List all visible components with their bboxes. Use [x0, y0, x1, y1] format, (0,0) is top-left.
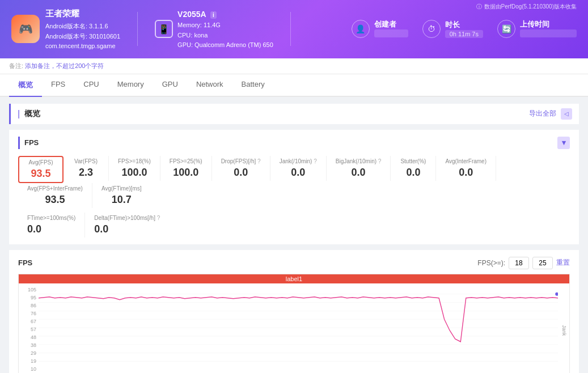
y-label-76: 76 — [19, 311, 39, 316]
creator-value — [374, 29, 408, 37]
metric-ftime-100ms-label: FTime>=100ms(%) — [27, 215, 75, 221]
metric-var-fps-label: Var(FPS) — [73, 158, 99, 164]
metric-avg-fps-interframe: Avg(FPS+InterFrame) 93.5 — [18, 183, 92, 208]
upload-icon: 🔄 — [497, 20, 515, 38]
reset-button[interactable]: 重置 — [556, 258, 570, 268]
fps-gte-label: FPS(>=): — [477, 259, 505, 267]
creator-label: 创建者 — [374, 19, 408, 29]
metric-avg-ftime-label: Avg(FTime)[ms] — [101, 185, 142, 192]
metric-avg-interframe-value: 0.0 — [445, 167, 487, 179]
y-axis: 105 95 86 76 67 57 48 38 29 19 10 — [19, 286, 39, 373]
metric-avg-fps-value: 93.5 — [28, 168, 53, 180]
metric-avg-interframe-label: Avg(InterFrame) — [445, 158, 487, 164]
y-label-19: 19 — [19, 358, 39, 364]
upload-text: 上传时间 — [520, 19, 577, 39]
tab-network[interactable]: Network — [187, 74, 232, 97]
metric-jank-label: Jank(/10min) ? — [280, 158, 317, 164]
y-label-48: 48 — [19, 334, 39, 340]
fps-controls: FPS(>=): 重置 — [477, 257, 570, 269]
app-details: 王者荣耀 Android版本名: 3.1.1.6 Android版本号: 301… — [45, 7, 120, 52]
metric-delta-ftime: Delta(FTime)>100ms[/h] ? 0.0 — [85, 213, 169, 238]
device-info-badge: i — [210, 11, 217, 19]
metric-ftime-100ms: FTime>=100ms(%) 0.0 — [18, 213, 85, 238]
divider-2 — [290, 12, 291, 46]
android-version: Android版本名: 3.1.1.6 — [45, 22, 120, 32]
metric-avg-interframe: Avg(InterFrame) 0.0 — [436, 156, 496, 181]
creator-item: 👤 创建者 — [352, 19, 408, 39]
section-actions: 导出全部 ◁ — [529, 108, 572, 120]
metric-jank: Jank(/10min) ? 0.0 — [270, 156, 327, 181]
metric-ftime-100ms-value: 0.0 — [27, 223, 75, 235]
top-notice: ⓘ 数据由PerfDog(5.1.210300)版本收集 — [476, 3, 577, 11]
chart-title: FPS — [18, 258, 32, 267]
section-title: 概览 — [24, 109, 40, 119]
device-icon: 📱 — [155, 20, 173, 38]
device-details: V2055A i Memory: 11.4G CPU: kona GPU: Qu… — [177, 8, 273, 50]
device-memory: Memory: 11.4G — [177, 20, 273, 31]
fps-panel-title: FPS ▾ — [18, 137, 570, 149]
device-gpu: GPU: Qualcomm Adreno (TM) 650 — [177, 40, 273, 50]
metric-avg-ftime-value: 10.7 — [101, 194, 142, 206]
device-cpu: CPU: kona — [177, 31, 273, 41]
metric-bigjank: BigJank(/10min) ? 0.0 — [327, 156, 391, 181]
app-info-section: 🎮 王者荣耀 Android版本名: 3.1.1.6 Android版本号: 3… — [11, 7, 120, 52]
tab-bar: 概览 FPS CPU Memory GPU Network Battery — [0, 74, 588, 97]
fps-title-text: FPS — [24, 138, 39, 147]
duration-icon: ⏱ — [422, 20, 441, 38]
metric-avg-fps-interframe-value: 93.5 — [27, 194, 83, 206]
upload-item: 🔄 上传时间 — [497, 19, 577, 39]
metric-drop-fps-label: Drop(FPS)[/h] ? — [221, 158, 261, 164]
y-label-57: 57 — [19, 327, 39, 332]
metric-stutter-label: Stutter(%) — [400, 158, 426, 164]
metric-fps-18: FPS>=18(%) 100.0 — [109, 156, 160, 181]
upload-value — [520, 29, 577, 37]
metric-fps-18-value: 100.0 — [118, 167, 151, 179]
chart-svg — [39, 286, 558, 373]
creator-text: 创建者 — [374, 19, 408, 39]
metric-stutter-value: 0.0 — [400, 167, 426, 179]
fps-threshold-2[interactable] — [532, 257, 553, 269]
svg-point-9 — [555, 293, 558, 296]
android-code: Android版本号: 301010601 — [45, 32, 120, 42]
export-button[interactable]: 导出全部 — [529, 109, 556, 118]
metric-delta-ftime-label: Delta(FTime)>100ms[/h] ? — [94, 215, 160, 221]
metric-drop-fps-value: 0.0 — [221, 167, 261, 179]
notice-text: 数据由PerfDog(5.1.210300)版本收集 — [484, 3, 577, 11]
fps-metrics-row-2: FTime>=100ms(%) 0.0 Delta(FTime)>100ms[/… — [18, 213, 570, 238]
collapse-button[interactable]: ◁ — [561, 108, 572, 120]
notice-icon: ⓘ — [476, 3, 482, 11]
tab-cpu[interactable]: CPU — [74, 74, 108, 97]
duration-value: 0h 11m 7s — [445, 30, 483, 38]
y-label-38: 38 — [19, 342, 39, 348]
note-bar: 备注: 添加备注，不超过200个字符 — [0, 58, 588, 74]
metric-var-fps-value: 2.3 — [73, 167, 99, 179]
fps-chart-container: FPS FPS(>=): 重置 label1 105 95 86 76 — [9, 250, 579, 373]
metric-bigjank-label: BigJank(/10min) ? — [336, 158, 382, 164]
duration-label: 时长 — [445, 20, 483, 30]
chart-area — [39, 286, 558, 373]
main-content: | 概览 导出全部 ◁ FPS ▾ Avg(FPS) 93.5 — [0, 97, 588, 373]
package-name: com.tencent.tmgp.sgame — [45, 41, 120, 52]
device-section: 📱 V2055A i Memory: 11.4G CPU: kona GPU: … — [155, 8, 273, 50]
meta-section: 👤 创建者 ⏱ 时长 0h 11m 7s 🔄 上传时间 — [352, 19, 577, 39]
tab-fps[interactable]: FPS — [42, 74, 74, 97]
metric-fps-25-label: FPS>=25(%) — [170, 158, 202, 164]
metric-avg-fps: Avg(FPS) 93.5 — [18, 156, 64, 183]
app-icon: 🎮 — [11, 15, 40, 43]
y-label-86: 86 — [19, 303, 39, 308]
note-prefix: 备注: — [9, 62, 23, 69]
tab-gpu[interactable]: GPU — [153, 74, 187, 97]
metric-jank-value: 0.0 — [280, 167, 317, 179]
tab-battery[interactable]: Battery — [232, 74, 274, 97]
duration-item: ⏱ 时长 0h 11m 7s — [422, 20, 483, 38]
fps-panel: FPS ▾ Avg(FPS) 93.5 Var(FPS) 2.3 FPS>=18… — [9, 130, 579, 244]
y-label-67: 67 — [19, 319, 39, 324]
chart-header: FPS FPS(>=): 重置 — [18, 257, 570, 269]
tab-memory[interactable]: Memory — [108, 74, 153, 97]
note-link[interactable]: 添加备注，不超过200个字符 — [25, 62, 104, 69]
fps-dropdown-button[interactable]: ▾ — [557, 137, 570, 149]
y-label-29: 29 — [19, 350, 39, 356]
tab-overview[interactable]: 概览 — [9, 74, 42, 97]
divider-1 — [137, 12, 138, 46]
fps-threshold-1[interactable] — [509, 257, 529, 269]
